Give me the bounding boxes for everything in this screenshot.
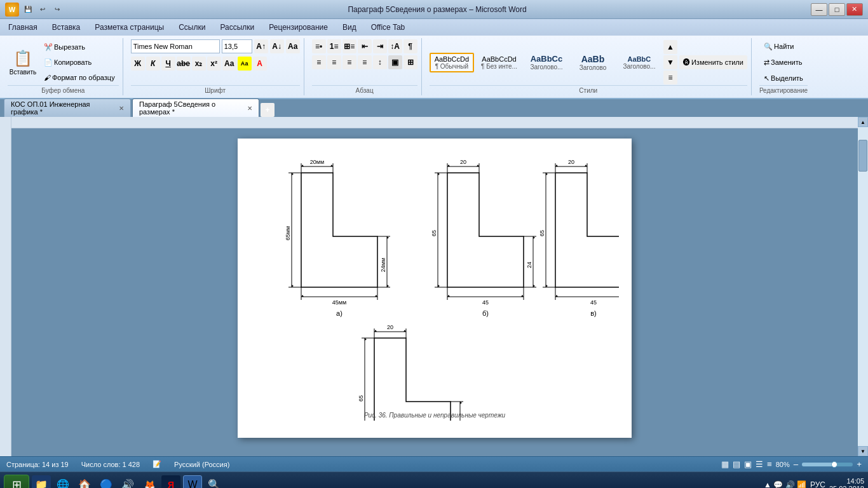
tab-insert[interactable]: Вставка: [45, 21, 88, 36]
font-size-input[interactable]: [222, 39, 252, 53]
grow-font-button[interactable]: A↑: [254, 39, 268, 53]
align-right-button[interactable]: ≡: [342, 55, 356, 69]
zoom-slider[interactable]: [802, 463, 853, 466]
decrease-indent-button[interactable]: ⇤: [358, 39, 372, 53]
replace-button[interactable]: ⇄ Заменить: [760, 55, 806, 69]
scroll-thumb[interactable]: [858, 140, 867, 172]
numbering-button[interactable]: 1≡: [327, 39, 341, 53]
font-name-input[interactable]: [131, 39, 220, 53]
doc-tab-0[interactable]: КОС ОП.01 Инженерная графика * ✕: [4, 98, 131, 117]
tab-review[interactable]: Рецензирование: [262, 21, 335, 36]
doc-tab-1-close[interactable]: ✕: [247, 105, 252, 112]
zoom-out-button[interactable]: –: [794, 459, 798, 469]
zoom-handle[interactable]: [831, 461, 837, 468]
style-heading1[interactable]: AaBbCc Заголово...: [524, 51, 569, 73]
taskbar-magnifier[interactable]: 🔍: [205, 475, 224, 489]
line-spacing-button[interactable]: ↕: [373, 55, 387, 69]
scroll-down-button[interactable]: ▼: [858, 446, 868, 456]
clear-format-button[interactable]: Аа: [286, 39, 300, 53]
zoom-in-button[interactable]: +: [857, 459, 862, 469]
increase-indent-button[interactable]: ⇥: [373, 39, 387, 53]
clipboard-content: 📋 Вставить ✂️ Вырезать 📄 Копировать 🖌 Фо…: [8, 39, 119, 85]
taskbar-sound[interactable]: 🔊: [118, 475, 137, 489]
style-heading3[interactable]: AaBbC Заголово...: [617, 53, 661, 72]
multilevel-button[interactable]: ⊞≡: [342, 39, 356, 53]
redo-button[interactable]: ↪: [51, 3, 64, 16]
taskbar-firefox[interactable]: 🦊: [140, 475, 159, 489]
borders-button[interactable]: ⊞: [403, 55, 417, 69]
scroll-track[interactable]: [858, 127, 868, 446]
taskbar-explorer[interactable]: 📁: [32, 475, 51, 489]
taskbar: ⊞ 📁 🌐 🏠 🔵 🔊 🦊 Я W 🔍 ▲ 💬 🔊 📶 РУС 14:05 25…: [0, 471, 868, 488]
figure-v: 20 65 24: [539, 159, 619, 317]
layout-full-button[interactable]: ▤: [733, 459, 740, 469]
close-button[interactable]: ✕: [846, 3, 863, 16]
taskbar-ie[interactable]: 🌐: [53, 475, 72, 489]
font-color-button[interactable]: А: [253, 57, 267, 71]
style-heading2[interactable]: AaBb Заголово: [571, 51, 615, 74]
change-styles-button[interactable]: 🅐 Изменить стили: [679, 55, 747, 69]
cut-button[interactable]: ✂️ Вырезать: [40, 40, 119, 54]
show-marks-button[interactable]: ¶: [403, 39, 417, 53]
bold-button[interactable]: Ж: [131, 57, 145, 71]
shrink-font-button[interactable]: A↓: [270, 39, 284, 53]
text-effects-button[interactable]: Аа: [222, 57, 236, 71]
layout-print-button[interactable]: ▦: [721, 459, 729, 469]
clock: 14:05 25.02.2018: [829, 477, 864, 489]
select-button[interactable]: ↖ Выделить: [760, 71, 807, 85]
paste-button[interactable]: 📋 Вставить: [8, 43, 38, 81]
format-painter-button[interactable]: 🖌 Формат по образцу: [40, 71, 119, 85]
subscript-button[interactable]: x₂: [192, 57, 206, 71]
tab-home[interactable]: Главная: [1, 21, 44, 36]
new-tab-button[interactable]: +: [261, 103, 275, 117]
taskbar-chrome[interactable]: 🔵: [97, 475, 116, 489]
tab-mailings[interactable]: Рассылки: [213, 21, 261, 36]
align-buttons-row: ≡ ≡ ≡ ≡ ↕ ▣ ⊞: [312, 55, 417, 69]
doc-tab-1[interactable]: Параграф 5Сведения о размерах * ✕: [132, 98, 259, 117]
tab-layout[interactable]: Разметка страницы: [88, 21, 171, 36]
scroll-styles-up[interactable]: ▲: [663, 40, 677, 54]
more-styles-button[interactable]: ≡: [663, 71, 677, 85]
align-left-button[interactable]: ≡: [312, 55, 326, 69]
scroll-styles-down[interactable]: ▼: [663, 55, 677, 69]
align-center-button[interactable]: ≡: [327, 55, 341, 69]
tab-view[interactable]: Вид: [336, 21, 363, 36]
fig-g-dim-left-arr-top: [365, 338, 367, 341]
undo-button[interactable]: ↩: [36, 3, 49, 16]
maximize-button[interactable]: □: [829, 3, 845, 16]
style-normal-label: ¶ Обычный: [435, 63, 469, 70]
save-button[interactable]: 💾: [22, 3, 34, 16]
document-tabs: КОС ОП.01 Инженерная графика * ✕ Парагра…: [0, 99, 868, 117]
style-heading2-label: Заголово: [576, 64, 610, 71]
highlight-button[interactable]: Аа: [238, 57, 252, 71]
superscript-button[interactable]: x²: [207, 57, 221, 71]
paragraph-label: Абзац: [312, 85, 417, 94]
layout-web-button[interactable]: ▣: [744, 459, 752, 469]
underline-button[interactable]: Ч: [161, 57, 175, 71]
ruler-horizontal: [11, 117, 858, 128]
italic-button[interactable]: К: [146, 57, 160, 71]
taskbar-yandex[interactable]: Я: [161, 475, 180, 489]
taskbar-home[interactable]: 🏠: [75, 475, 94, 489]
layout-draft-button[interactable]: ≡: [767, 459, 772, 469]
layout-outline-button[interactable]: ☰: [756, 459, 763, 469]
tab-references[interactable]: Ссылки: [172, 21, 212, 36]
start-button[interactable]: ⊞: [4, 475, 29, 489]
style-normal[interactable]: AaBbCcDd ¶ Обычный: [430, 53, 474, 72]
style-no-spacing[interactable]: AaBbCcDd ¶ Без инте...: [476, 53, 522, 72]
find-button[interactable]: 🔍 Найти: [760, 39, 797, 53]
minimize-button[interactable]: —: [811, 3, 827, 16]
sort-button[interactable]: ↕A: [388, 39, 402, 53]
scroll-up-button[interactable]: ▲: [858, 117, 868, 127]
window-controls: — □ ✕: [811, 3, 863, 16]
doc-tab-0-close[interactable]: ✕: [119, 105, 124, 112]
justify-button[interactable]: ≡: [358, 55, 372, 69]
tab-officetab[interactable]: Office Tab: [364, 21, 412, 36]
copy-button[interactable]: 📄 Копировать: [40, 55, 119, 69]
scrollbar-vertical[interactable]: ▲ ▼: [858, 117, 868, 456]
strikethrough-button[interactable]: abe: [177, 57, 191, 71]
fig-b-dim-bottom-text: 45: [482, 299, 489, 306]
shading-button[interactable]: ▣: [388, 55, 402, 69]
bullets-button[interactable]: ≡•: [312, 39, 326, 53]
taskbar-word-active[interactable]: W: [183, 475, 202, 489]
